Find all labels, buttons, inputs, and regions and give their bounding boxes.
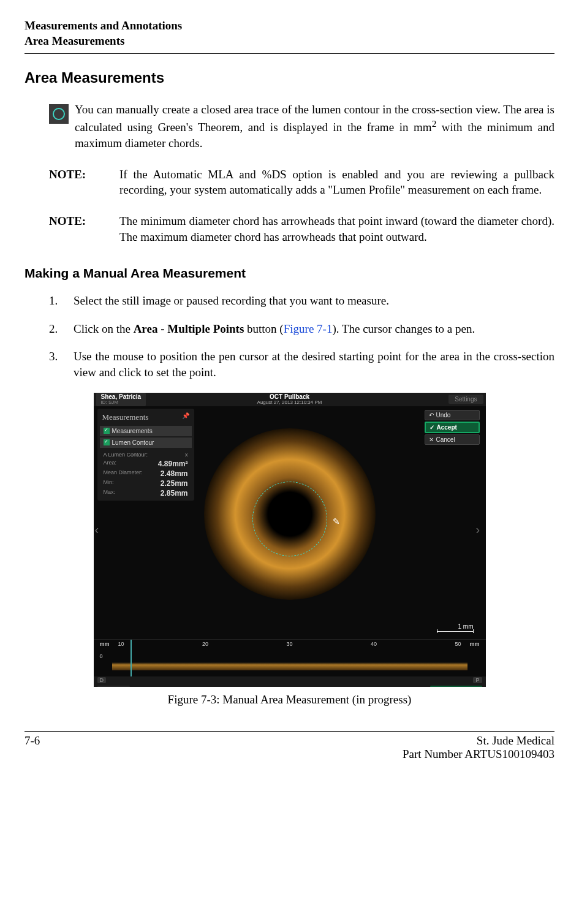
check-icon: ✓: [430, 424, 434, 431]
dp-row: D P: [94, 676, 486, 684]
undo-label: Undo: [436, 412, 451, 418]
cancel-button[interactable]: ✕Cancel: [425, 434, 480, 445]
section-title: Area Measurements: [25, 69, 554, 86]
lv-ruler: 10 20 30 40 50: [94, 641, 486, 647]
lumen-contour-group-label: A Lumen Contour:: [104, 452, 148, 458]
ss-topbar: Shea, Patricia ID: SJM OCT Pullback Augu…: [94, 393, 486, 406]
kv-key: Area:: [104, 460, 117, 468]
page-number: 7-6: [25, 734, 40, 761]
accept-label: Accept: [437, 424, 457, 431]
lv-tick: 20: [202, 641, 208, 647]
check-icon: [104, 439, 110, 445]
step-1: 1. Select the still image or paused reco…: [49, 293, 554, 309]
check-icon: [104, 428, 110, 434]
screenshot-figure: Shea, Patricia ID: SJM OCT Pullback Augu…: [94, 393, 486, 687]
note-2: NOTE: The minimum diameter chord has arr…: [49, 213, 554, 244]
footer-company: St. Jude Medical: [403, 734, 554, 748]
new-recording-button[interactable]: New Recording: [430, 686, 482, 687]
note-body: If the Automatic MLA and %DS option is e…: [119, 167, 554, 198]
cross-section-view[interactable]: ✎ Measurements 📌 Measurements Lumen Cont…: [94, 406, 486, 639]
lv-tick: 50: [455, 641, 461, 647]
pen-cursor-icon: ✎: [333, 517, 341, 525]
step-2-post: ). The cursor changes to a pen.: [332, 322, 475, 335]
scale-bar: 1 mm: [437, 623, 474, 632]
kv-key: Max:: [104, 489, 116, 498]
step-2-mid: button (: [244, 322, 283, 335]
measurements-panel-title: Measurements: [102, 412, 149, 422]
figure-caption: Figure 7-3: Manual Area Measurement (in …: [94, 693, 486, 706]
subsection-title: Making a Manual Area Measurement: [25, 266, 554, 281]
lv-tick: 30: [286, 641, 292, 647]
header-rule: [25, 53, 554, 54]
kv-max: Max:2.85mm: [100, 488, 192, 498]
note-1: NOTE: If the Automatic MLA and %DS optio…: [49, 167, 554, 198]
kv-key: Min:: [104, 479, 114, 488]
patient-id: ID: SJM: [101, 400, 142, 405]
lv-frame-marker[interactable]: [131, 640, 132, 676]
kv-value: 2.48mm: [161, 469, 188, 478]
step-number: 3.: [49, 349, 74, 380]
footer-part-number: Part Number ARTUS100109403: [403, 748, 554, 761]
note-body: The minimum diameter chord has arrowhead…: [119, 213, 554, 244]
scale-label: 1 mm: [458, 623, 474, 630]
measurements-toggle[interactable]: Measurements: [100, 426, 192, 436]
step-text: Use the mouse to position the pen cursor…: [74, 349, 554, 380]
step-text: Select the still image or paused recordi…: [74, 293, 554, 309]
lumen-trace-outline[interactable]: [252, 482, 327, 556]
note-label: NOTE:: [49, 167, 119, 198]
step-3: 3. Use the mouse to position the pen cur…: [49, 349, 554, 380]
lumen-contour-toggle[interactable]: Lumen Contour: [100, 437, 192, 448]
area-tool-icon: [49, 104, 69, 124]
lumen-contour-toggle-label: Lumen Contour: [112, 439, 154, 446]
lv-zero: 0: [100, 653, 103, 659]
bottom-bar: Menu ⌃ View ▾ Procedure ▾ ◀| ▶ |▶ End Re…: [94, 684, 486, 687]
header-line-1: Measurements and Annotations: [25, 18, 554, 34]
close-icon: ✕: [429, 436, 434, 443]
measurements-toggle-label: Measurements: [112, 428, 153, 434]
nav-right-icon[interactable]: ›: [476, 523, 485, 541]
step-number: 1.: [49, 293, 74, 309]
step-text: Click on the Area - Multiple Points butt…: [74, 321, 554, 337]
note-label: NOTE:: [49, 213, 119, 244]
accept-button[interactable]: ✓Accept: [425, 422, 480, 433]
kv-value: 2.25mm: [161, 479, 188, 488]
lv-tick: 40: [371, 641, 377, 647]
figure-reference-link[interactable]: Figure 7-1: [284, 322, 333, 335]
kv-key: Mean Diameter:: [104, 469, 143, 478]
step-2-pre: Click on the: [74, 322, 134, 335]
patient-info-button[interactable]: Shea, Patricia ID: SJM: [96, 393, 146, 406]
undo-button[interactable]: ↶Undo: [425, 410, 480, 420]
footer-rule: [25, 731, 554, 732]
action-buttons: ↶Undo ✓Accept ✕Cancel: [425, 410, 480, 445]
kv-value: 2.85mm: [161, 489, 188, 498]
longitudinal-view[interactable]: mm mm 10 20 30 40 50 0: [94, 639, 486, 676]
intro-paragraph: You can manually create a closed area tr…: [75, 102, 554, 151]
recording-title: OCT Pullback August 27, 2013 12:10:34 PM: [257, 394, 322, 405]
undo-icon: ↶: [429, 412, 434, 418]
header-line-2: Area Measurements: [25, 34, 554, 49]
measurements-panel: Measurements 📌 Measurements Lumen Contou…: [97, 409, 194, 501]
step-number: 2.: [49, 321, 74, 337]
scale-bar-line: [437, 631, 474, 632]
proximal-label: P: [473, 677, 482, 683]
kv-value: 4.89mm²: [158, 460, 188, 468]
recording-timestamp: August 27, 2013 12:10:34 PM: [257, 400, 322, 405]
footer: 7-6 St. Jude Medical Part Number ARTUS10…: [25, 734, 554, 761]
distal-label: D: [97, 677, 107, 683]
nav-left-icon[interactable]: ‹: [95, 523, 104, 541]
kv-min: Min:2.25mm: [100, 479, 192, 488]
kv-area: Area:4.89mm²: [100, 459, 192, 469]
lv-image: [112, 657, 467, 670]
close-icon[interactable]: x: [185, 452, 188, 458]
lv-tick: 10: [118, 641, 124, 647]
cancel-label: Cancel: [436, 436, 455, 443]
pin-icon[interactable]: 📌: [182, 412, 189, 422]
step-2-bold: Area - Multiple Points: [134, 322, 244, 335]
settings-button[interactable]: Settings: [448, 395, 483, 404]
step-2: 2. Click on the Area - Multiple Points b…: [49, 321, 554, 337]
kv-mean: Mean Diameter:2.48mm: [100, 469, 192, 479]
menu-button[interactable]: Menu: [97, 686, 130, 687]
